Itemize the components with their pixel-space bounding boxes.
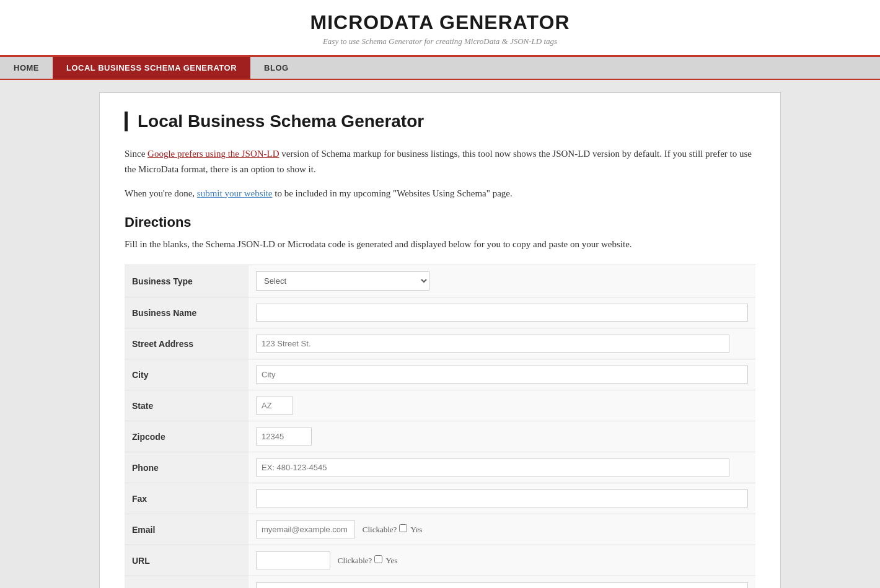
fax-cell [249,483,755,514]
page-title-bar: Local Business Schema Generator [125,112,755,131]
directions-text: Fill in the blanks, the Schema JSON-LD o… [125,237,755,252]
table-row: Email Clickable? Yes [125,514,755,545]
schema-form: Business Type Select LocalBusiness Resta… [125,265,755,588]
street-address-label: Street Address [125,328,249,359]
nav-item-home[interactable]: HOME [0,57,53,79]
nav-link-blog[interactable]: BLOG [250,57,302,79]
intro2-after: to be included in my upcoming "Websites … [273,188,513,198]
intro-paragraph-1: Since Google prefers using the JSON-LD v… [125,146,755,177]
nav-link-home[interactable]: HOME [0,57,53,79]
business-type-label: Business Type [125,265,249,297]
city-cell [249,359,755,390]
zipcode-label: Zipcode [125,421,249,452]
table-row: State [125,390,755,421]
image-cell [249,576,755,589]
intro2-before: When you're done, [125,188,197,198]
street-address-input[interactable] [256,335,729,353]
url-clickable-checkbox[interactable] [374,555,382,563]
phone-cell [249,452,755,483]
table-row: Business Type Select LocalBusiness Resta… [125,265,755,297]
table-row: City [125,359,755,390]
directions-heading: Directions [125,214,755,230]
intro-paragraph-2: When you're done, submit your website to… [125,186,755,201]
phone-input[interactable] [256,459,729,476]
city-input[interactable] [256,366,748,384]
main-nav: HOME LOCAL BUSINESS SCHEMA GENERATOR BLO… [0,57,880,80]
business-name-label: Business Name [125,297,249,328]
nav-item-local-business[interactable]: LOCAL BUSINESS SCHEMA GENERATOR [53,57,250,79]
fax-label: Fax [125,483,249,514]
state-cell [249,390,755,421]
city-label: City [125,359,249,390]
table-row: Phone [125,452,755,483]
state-input[interactable] [256,397,293,415]
table-row: Zipcode [125,421,755,452]
business-type-select[interactable]: Select LocalBusiness Restaurant Store Me… [256,271,429,291]
page-title: Local Business Schema Generator [138,112,755,131]
table-row: Street Address [125,328,755,359]
intro1-before: Since [125,149,147,159]
email-clickable-checkbox[interactable] [399,524,407,532]
phone-label: Phone [125,452,249,483]
url-cell: Clickable? Yes [249,545,755,576]
zipcode-input[interactable] [256,428,312,445]
site-header: MICRODATA GENERATOR Easy to use Schema G… [0,0,880,57]
email-cell: Clickable? Yes [249,514,755,545]
nav-link-local-business[interactable]: LOCAL BUSINESS SCHEMA GENERATOR [53,57,250,79]
image-label: Image (?) - ex [125,576,249,589]
url-label: URL [125,545,249,576]
page-wrapper: Local Business Schema Generator Since Go… [99,92,781,588]
business-name-input[interactable] [256,304,748,322]
json-ld-link[interactable]: Google prefers using the JSON-LD [147,149,279,159]
submit-website-link[interactable]: submit your website [197,188,273,198]
street-address-cell [249,328,755,359]
email-label: Email [125,514,249,545]
business-name-cell [249,297,755,328]
table-row: URL Clickable? Yes [125,545,755,576]
table-row: Fax [125,483,755,514]
site-subtitle: Easy to use Schema Generator for creatin… [0,37,880,46]
image-input[interactable] [256,582,748,588]
fax-input[interactable] [256,489,748,507]
url-clickable-label: Clickable? Yes [338,556,398,565]
email-input[interactable] [256,520,355,538]
nav-item-blog[interactable]: BLOG [250,57,302,79]
state-label: State [125,390,249,421]
zipcode-cell [249,421,755,452]
table-row: Business Name [125,297,755,328]
business-type-cell: Select LocalBusiness Restaurant Store Me… [249,265,755,297]
table-row: Image (?) - ex [125,576,755,589]
site-title: MICRODATA GENERATOR [0,11,880,34]
url-input[interactable] [256,551,330,569]
email-clickable-label: Clickable? Yes [363,525,423,534]
